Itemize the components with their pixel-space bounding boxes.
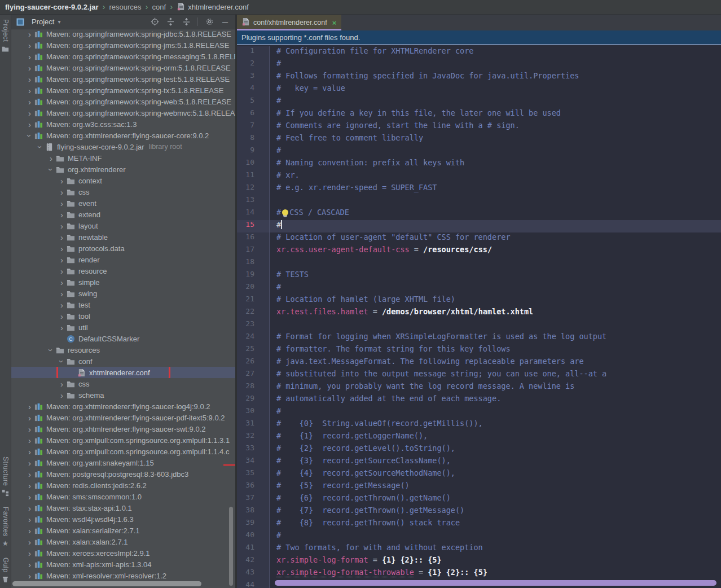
chevron-collapsed-icon[interactable]: › <box>58 301 66 309</box>
code-line-24[interactable]: 24# Format for logging when XRSimpleLogF… <box>237 332 721 344</box>
chevron-collapsed-icon[interactable]: › <box>25 549 34 558</box>
tree-row-maven-org-springframework-spring-messagi[interactable]: ›Maven: org.springframework:spring-messa… <box>11 51 235 62</box>
tree-row-maven-org-w3c-css-sac-1-3[interactable]: ›Maven: org.w3c.css:sac:1.3 <box>11 119 235 130</box>
tree-row-layout[interactable]: ›layout <box>11 220 235 231</box>
stripe-button-gulp[interactable]: Gulp <box>2 558 10 583</box>
project-horizontal-scrollbar[interactable] <box>12 581 201 586</box>
project-vertical-scrollbar[interactable] <box>229 507 233 586</box>
chevron-expanded-icon[interactable]: › <box>47 165 55 174</box>
chevron-collapsed-icon[interactable]: › <box>58 267 66 275</box>
code-line-36[interactable]: 36# {5} record.getMessage() <box>237 481 721 493</box>
tree-row-maven-org-springframework-spring-webmvc-[interactable]: ›Maven: org.springframework:spring-webmv… <box>11 107 235 119</box>
expand-all-button[interactable] <box>166 17 175 27</box>
tree-row-context[interactable]: ›context <box>11 175 235 186</box>
tree-row-maven-org-xmlpull-com-springsource-org-x[interactable]: ›Maven: org.xmlpull:com.springsource.org… <box>11 435 235 446</box>
chevron-collapsed-icon[interactable]: › <box>25 425 34 433</box>
code-line-33[interactable]: 33# {2} record.getLevel().toString(), <box>237 444 721 456</box>
code-line-17[interactable]: 17xr.css.user-agent-default-css = /resou… <box>237 245 721 257</box>
chevron-collapsed-icon[interactable]: › <box>25 493 34 501</box>
tree-row-resources[interactable]: ›resources <box>11 344 235 356</box>
tree-row-maven-xml-resolver-xml-resolver-1-2[interactable]: ›Maven: xml-resolver:xml-resolver:1.2 <box>11 570 235 581</box>
tree-row-maven-org-xmlpull-com-springsource-org-x[interactable]: ›Maven: org.xmlpull:com.springsource.org… <box>11 446 235 457</box>
tree-row-maven-xml-apis-xml-apis-1-3-04[interactable]: ›Maven: xml-apis:xml-apis:1.3.04 <box>11 559 235 570</box>
tree-row-util[interactable]: ›util <box>11 322 235 333</box>
code-line-31[interactable]: 31# {0} String.valueOf(record.getMillis(… <box>237 419 721 431</box>
code-line-40[interactable]: 40# <box>237 530 721 543</box>
chevron-collapsed-icon[interactable]: › <box>58 256 66 264</box>
code-line-41[interactable]: 41# Two formats, for with and without ex… <box>237 543 721 555</box>
tree-row-maven-org-springframework-spring-test-5-[interactable]: ›Maven: org.springframework:spring-test:… <box>11 73 235 85</box>
stripe-button-project[interactable]: Project <box>2 19 10 52</box>
chevron-collapsed-icon[interactable]: › <box>25 75 34 84</box>
stripe-button-favorites[interactable]: Favorites ★ <box>2 507 10 547</box>
tree-row-maven-org-springframework-spring-tx-5-1-[interactable]: ›Maven: org.springframework:spring-tx:5.… <box>11 85 235 96</box>
tree-row-flying-saucer-core-9-0-2-jar[interactable]: ›flying-saucer-core-9.0.2.jarlibrary roo… <box>11 141 235 152</box>
tree-row-protocols-data[interactable]: ›protocols.data <box>11 243 235 254</box>
tree-row-xhtmlrenderer-conf[interactable]: xhtmlrenderer.conf <box>11 367 235 378</box>
code-line-14[interactable]: 14#CSS / CASCADE <box>237 208 721 220</box>
code-line-19[interactable]: 19# TESTS <box>237 270 721 282</box>
chevron-collapsed-icon[interactable]: › <box>25 481 34 490</box>
tree-row-maven-org-springframework-spring-web-5-1[interactable]: ›Maven: org.springframework:spring-web:5… <box>11 96 235 107</box>
code-line-5[interactable]: 5# <box>237 96 721 108</box>
code-line-6[interactable]: 6# If you define a key in this file, the… <box>237 108 721 121</box>
chevron-collapsed-icon[interactable]: › <box>25 526 34 535</box>
tree-row-maven-org-xhtmlrenderer-flying-saucer-pd[interactable]: ›Maven: org.xhtmlrenderer:flying-saucer-… <box>11 412 235 423</box>
tree-row-maven-xalan-xalan-2-7-1[interactable]: ›Maven: xalan:xalan:2.7.1 <box>11 536 235 547</box>
code-line-26[interactable]: 26# java.text.MessageFormat. The followi… <box>237 357 721 369</box>
code-line-27[interactable]: 27# substituted into the output message … <box>237 369 721 381</box>
tree-row-maven-xerces-xercesimpl-2-9-1[interactable]: ›Maven: xerces:xercesImpl:2.9.1 <box>11 547 235 559</box>
chevron-collapsed-icon[interactable]: › <box>25 109 34 117</box>
chevron-expanded-icon[interactable]: › <box>36 143 45 151</box>
breadcrumb-file[interactable]: xhtmlrenderer.conf <box>177 2 249 12</box>
code-line-20[interactable]: 20# <box>237 282 721 295</box>
chevron-collapsed-icon[interactable]: › <box>58 233 66 242</box>
project-panel-title[interactable]: Project <box>32 17 54 26</box>
chevron-collapsed-icon[interactable]: › <box>25 86 34 95</box>
chevron-collapsed-icon[interactable]: › <box>58 177 66 185</box>
chevron-collapsed-icon[interactable]: › <box>25 30 34 38</box>
chevron-down-icon[interactable]: ▾ <box>58 19 60 25</box>
code-line-37[interactable]: 37# {6} record.getThrown().getName() <box>237 493 721 506</box>
tree-row-maven-stax-stax-api-1-0-1[interactable]: ›Maven: stax:stax-api:1.0.1 <box>11 502 235 514</box>
tree-row-css[interactable]: ›css <box>11 186 235 198</box>
tree-row-schema[interactable]: ›schema <box>11 389 235 401</box>
code-line-23[interactable]: 23 <box>237 319 721 332</box>
code-line-35[interactable]: 35# {4} record.getSourceMethodName(), <box>237 468 721 481</box>
code-line-34[interactable]: 34# {3} record.getSourceClassName(), <box>237 456 721 468</box>
tree-row-maven-org-springframework-spring-jdbc-5-[interactable]: ›Maven: org.springframework:spring-jdbc:… <box>11 28 235 40</box>
stripe-button-structure[interactable]: Structure <box>2 457 10 497</box>
chevron-collapsed-icon[interactable]: › <box>25 459 34 467</box>
tree-row-css[interactable]: ›css <box>11 378 235 389</box>
tree-row-maven-org-springframework-spring-orm-5-1[interactable]: ›Maven: org.springframework:spring-orm:5… <box>11 62 235 73</box>
code-line-12[interactable]: 12# e.g. xr.render-speed = SUPER_FAST <box>237 183 721 195</box>
chevron-collapsed-icon[interactable]: › <box>58 188 66 196</box>
chevron-collapsed-icon[interactable]: › <box>58 312 66 321</box>
chevron-collapsed-icon[interactable]: › <box>58 210 66 219</box>
tree-row-org-xhtmlrenderer[interactable]: ›org.xhtmlrenderer <box>11 164 235 175</box>
code-line-21[interactable]: 21# Location of hamlet (large XHTML file… <box>237 295 721 307</box>
code-line-38[interactable]: 38# {7} record.getThrown().getMessage() <box>237 506 721 518</box>
tab-close-icon[interactable]: × <box>332 19 337 27</box>
chevron-collapsed-icon[interactable]: › <box>58 244 66 253</box>
tree-row-maven-org-xhtmlrenderer-flying-saucer-lo[interactable]: ›Maven: org.xhtmlrenderer:flying-saucer-… <box>11 401 235 412</box>
code-editor[interactable]: 1# Configuration file for XHTMLRenderer … <box>237 45 721 588</box>
tree-row-resource[interactable]: ›resource <box>11 265 235 277</box>
code-line-28[interactable]: 28# minimum, you probably want the log r… <box>237 381 721 394</box>
tree-row-render[interactable]: ›render <box>11 254 235 265</box>
code-line-29[interactable]: 29# automatically added at the end of ea… <box>237 394 721 406</box>
code-line-9[interactable]: 9# <box>237 146 721 158</box>
breadcrumb-conf[interactable]: conf <box>152 3 166 11</box>
code-line-18[interactable]: 18 <box>237 257 721 270</box>
chevron-collapsed-icon[interactable]: › <box>25 538 34 546</box>
tree-row-maven-wsdl4j-wsdl4j-1-6-3[interactable]: ›Maven: wsdl4j:wsdl4j:1.6.3 <box>11 514 235 525</box>
chevron-collapsed-icon[interactable]: › <box>58 278 66 287</box>
chevron-collapsed-icon[interactable]: › <box>58 289 66 298</box>
tree-row-maven-org-yaml-snakeyaml-1-15[interactable]: ›Maven: org.yaml:snakeyaml:1.15 <box>11 457 235 468</box>
chevron-collapsed-icon[interactable]: › <box>58 222 66 230</box>
chevron-collapsed-icon[interactable]: › <box>25 572 34 580</box>
chevron-collapsed-icon[interactable]: › <box>25 515 34 524</box>
tree-row-defaultcssmarker[interactable]: CDefaultCSSMarker <box>11 333 235 344</box>
tree-row-maven-sms-smscommon-1-0[interactable]: ›Maven: sms:smscommon:1.0 <box>11 491 235 502</box>
tree-row-test[interactable]: ›test <box>11 299 235 310</box>
